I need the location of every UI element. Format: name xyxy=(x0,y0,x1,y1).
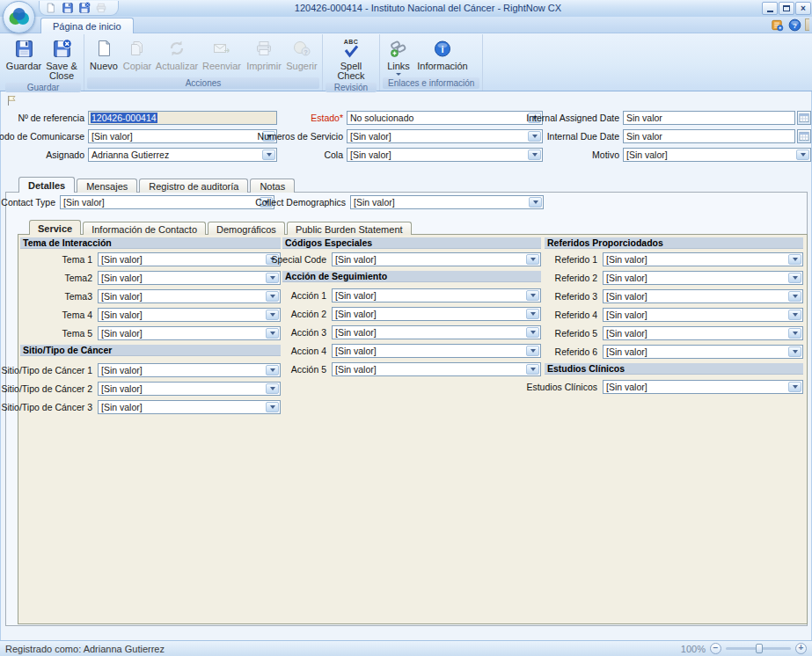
save-icon[interactable] xyxy=(61,2,74,14)
chevron-down-icon[interactable] xyxy=(788,310,801,320)
referido-2-dropdown[interactable]: [Sin valor] xyxy=(603,271,803,285)
internal-assigned-date-field[interactable]: Sin valor xyxy=(623,111,795,125)
modo-comunicarse-dropdown[interactable]: [Sin valor] xyxy=(88,129,277,143)
field-label: Referido 6 xyxy=(555,346,597,357)
calendar-icon[interactable] xyxy=(797,129,811,143)
tema-3-dropdown[interactable]: [Sin valor] xyxy=(98,289,281,303)
sitio-tipo-cancer-1-dropdown[interactable]: [Sin valor] xyxy=(98,363,281,377)
chevron-down-icon[interactable] xyxy=(266,291,279,302)
dropdown-value: [Sin valor] xyxy=(604,273,787,283)
special-code-dropdown[interactable]: [Sin valor] xyxy=(332,252,541,266)
tab-registro-auditoria[interactable]: Registro de auditoría xyxy=(139,179,248,193)
sitio-tipo-cancer-3-dropdown[interactable]: [Sin valor] xyxy=(98,400,281,414)
chevron-down-icon[interactable] xyxy=(788,328,801,339)
help-icon[interactable]: ? xyxy=(787,18,801,32)
guardar-button[interactable]: Guardar xyxy=(5,35,42,72)
chevron-down-icon[interactable] xyxy=(529,197,542,208)
contact-type-dropdown[interactable]: [Sin valor] xyxy=(60,195,274,209)
chevron-down-icon[interactable] xyxy=(526,290,539,301)
application-menu-button[interactable] xyxy=(3,1,35,33)
referido-1-dropdown[interactable]: [Sin valor] xyxy=(603,252,803,266)
save-as-icon[interactable] xyxy=(77,2,91,14)
referencia-field[interactable]: 120426-000414 xyxy=(88,111,277,125)
accion-4-dropdown[interactable]: [Sin valor] xyxy=(332,344,541,358)
tema-1-dropdown[interactable]: [Sin valor] xyxy=(98,252,281,266)
ribbon-group-label: Revisión xyxy=(326,83,377,92)
accion-3-dropdown[interactable]: [Sin valor] xyxy=(332,325,541,339)
estudios-clinicos-dropdown[interactable]: [Sin valor] xyxy=(603,380,803,394)
spell-check-button[interactable]: ABC Spell Check xyxy=(326,35,377,82)
chevron-down-icon[interactable] xyxy=(266,365,279,375)
zoom-slider[interactable] xyxy=(726,647,791,650)
tab-home[interactable]: Página de inicio xyxy=(40,18,134,33)
links-button[interactable]: Links xyxy=(383,35,414,77)
chevron-down-icon[interactable] xyxy=(788,346,801,357)
tema-5-dropdown[interactable]: [Sin valor] xyxy=(98,326,281,340)
chevron-down-icon[interactable] xyxy=(526,309,539,319)
referido-4-dropdown[interactable]: [Sin valor] xyxy=(603,308,803,322)
save-and-close-button[interactable]: Save & Close xyxy=(42,35,81,82)
chevron-down-icon[interactable] xyxy=(796,149,809,160)
field-label: Tema 5 xyxy=(62,328,92,339)
chevron-down-icon[interactable] xyxy=(788,382,801,392)
dropdown-value: [Sin valor] xyxy=(99,291,265,302)
dropdown-value: [Sin valor] xyxy=(604,382,787,392)
accion-2-dropdown[interactable]: [Sin valor] xyxy=(332,307,541,321)
field-label: Referido 3 xyxy=(555,291,597,302)
minimize-button[interactable] xyxy=(762,2,778,15)
collect-demographics-dropdown[interactable]: [Sin valor] xyxy=(350,195,544,209)
chevron-down-icon[interactable] xyxy=(266,383,279,394)
referido-6-dropdown[interactable]: [Sin valor] xyxy=(603,345,803,359)
referido-3-dropdown[interactable]: [Sin valor] xyxy=(603,289,803,303)
estado-dropdown[interactable]: No solucionado xyxy=(347,111,543,125)
accion-5-dropdown[interactable]: [Sin valor] xyxy=(332,362,541,376)
dropdown-value: [Sin valor] xyxy=(347,131,527,142)
chevron-down-icon[interactable] xyxy=(526,327,539,338)
tema-2-dropdown[interactable]: [Sin valor] xyxy=(98,271,281,285)
nuevo-button[interactable]: Nuevo xyxy=(87,35,121,72)
tab-notas[interactable]: Notas xyxy=(250,179,295,193)
tab-mensajes[interactable]: Mensajes xyxy=(77,179,137,193)
sugerir-button: ? Sugerir xyxy=(284,35,319,72)
internal-due-date-field[interactable]: Sin valor xyxy=(623,129,795,143)
chevron-down-icon[interactable] xyxy=(788,254,801,265)
referido-5-dropdown[interactable]: [Sin valor] xyxy=(603,326,803,340)
asignado-dropdown[interactable]: Adrianna Gutierrez xyxy=(88,148,277,162)
dropdown-value: [Sin valor] xyxy=(604,291,787,302)
chevron-down-icon[interactable] xyxy=(526,364,539,375)
chevron-down-icon[interactable] xyxy=(788,291,801,302)
accion-1-dropdown[interactable]: [Sin valor] xyxy=(332,288,541,302)
chevron-down-icon[interactable] xyxy=(526,346,539,356)
maximize-button[interactable] xyxy=(779,2,794,15)
chevron-down-icon[interactable] xyxy=(266,328,279,339)
chevron-down-icon[interactable] xyxy=(526,254,539,265)
tab-public-burden[interactable]: Public Burden Statement xyxy=(287,222,412,235)
zoom-slider-thumb[interactable] xyxy=(756,644,763,653)
chevron-down-icon[interactable] xyxy=(266,273,279,283)
copy-icon xyxy=(128,37,147,60)
section-header-estudios: Estudios Clínicos xyxy=(545,363,803,375)
tab-service[interactable]: Service xyxy=(29,220,81,235)
chevron-down-icon[interactable] xyxy=(266,402,279,412)
tab-detalles[interactable]: Detalles xyxy=(18,177,75,193)
calendar-icon[interactable] xyxy=(797,111,811,125)
tab-demograficos[interactable]: Demográficos xyxy=(208,222,285,235)
tab-home-label: Página de inicio xyxy=(53,21,121,32)
tema-4-dropdown[interactable]: [Sin valor] xyxy=(98,308,281,322)
motivo-dropdown[interactable]: [Sin valor] xyxy=(623,148,811,162)
new-document-icon[interactable] xyxy=(44,2,57,14)
chevron-down-icon[interactable] xyxy=(788,273,801,283)
close-button[interactable]: × xyxy=(795,2,811,15)
chevron-down-icon[interactable] xyxy=(266,310,279,320)
zoom-in-button[interactable]: + xyxy=(795,643,807,654)
tab-informacion-contacto[interactable]: Información de Contacto xyxy=(83,222,206,235)
numeros-servicio-dropdown[interactable]: [Sin valor] xyxy=(347,129,543,143)
updates-icon[interactable] xyxy=(770,18,784,32)
tab-label: Registro de auditoría xyxy=(149,181,238,192)
field-label: Acción 1 xyxy=(291,290,326,301)
informacion-button[interactable]: i Información xyxy=(414,35,471,72)
cola-dropdown[interactable]: [Sin valor] xyxy=(347,148,543,162)
sitio-tipo-cancer-2-dropdown[interactable]: [Sin valor] xyxy=(98,382,281,396)
zoom-out-button[interactable]: − xyxy=(710,643,721,654)
ribbon-group-label: Enlaces e información xyxy=(383,77,479,89)
